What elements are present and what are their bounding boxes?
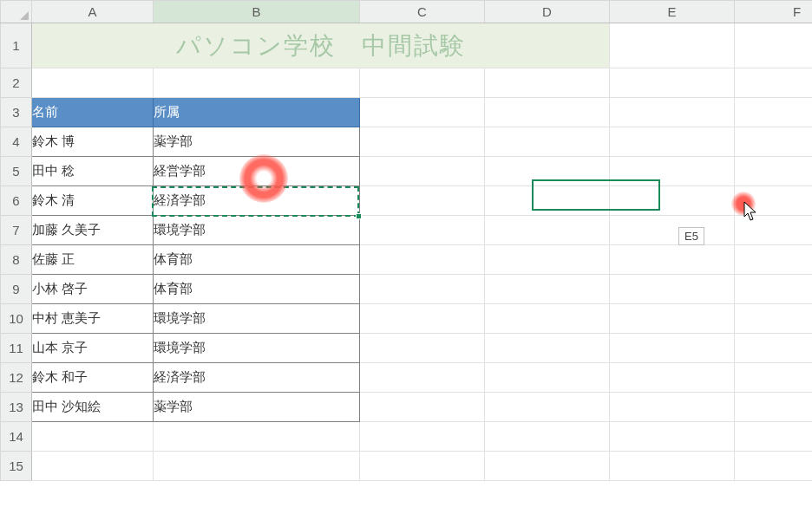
cell-D5[interactable] xyxy=(485,157,610,186)
cell-A12[interactable]: 鈴木 和子 xyxy=(32,363,154,393)
cell-B5[interactable]: 経営学部 xyxy=(154,157,360,186)
cell-F2[interactable] xyxy=(735,68,813,98)
cell-E10[interactable] xyxy=(610,304,735,334)
cell-F14[interactable] xyxy=(735,422,813,452)
cell-A10[interactable]: 中村 恵美子 xyxy=(32,304,154,334)
row-header-3[interactable]: 3 xyxy=(1,98,32,127)
cell-B4[interactable]: 薬学部 xyxy=(154,127,360,157)
cell-E14[interactable] xyxy=(610,422,735,452)
cell-F13[interactable] xyxy=(735,393,813,422)
cell-D15[interactable] xyxy=(485,452,610,481)
cell-E7[interactable] xyxy=(610,216,735,245)
cell-F12[interactable] xyxy=(735,363,813,393)
row-header-10[interactable]: 10 xyxy=(1,304,32,334)
cell-B15[interactable] xyxy=(154,452,360,481)
cell-D10[interactable] xyxy=(485,304,610,334)
col-header-B[interactable]: B xyxy=(154,1,360,23)
cell-B6[interactable]: 経済学部 xyxy=(154,186,360,216)
cell-F7[interactable] xyxy=(735,216,813,245)
cell-B7[interactable]: 環境学部 xyxy=(154,216,360,245)
cell-C10[interactable] xyxy=(360,304,485,334)
cell-A15[interactable] xyxy=(32,452,154,481)
select-all-corner[interactable] xyxy=(1,1,32,23)
cell-B13[interactable]: 薬学部 xyxy=(154,393,360,422)
header-name[interactable]: 名前 xyxy=(32,98,154,127)
cell-C9[interactable] xyxy=(360,275,485,304)
col-header-D[interactable]: D xyxy=(485,1,610,23)
cell-F3[interactable] xyxy=(735,98,813,127)
cell-E9[interactable] xyxy=(610,275,735,304)
cell-C4[interactable] xyxy=(360,127,485,157)
row-header-11[interactable]: 11 xyxy=(1,334,32,363)
cell-A4[interactable]: 鈴木 博 xyxy=(32,127,154,157)
cell-D3[interactable] xyxy=(485,98,610,127)
cell-D9[interactable] xyxy=(485,275,610,304)
row-header-7[interactable]: 7 xyxy=(1,216,32,245)
col-header-F[interactable]: F xyxy=(735,1,813,23)
spreadsheet-viewport[interactable]: A B C D E F 1 パソコン学校 中間試験 2 3 名前 xyxy=(0,0,812,527)
cell-A9[interactable]: 小林 啓子 xyxy=(32,275,154,304)
cell-C6[interactable] xyxy=(360,186,485,216)
row-header-4[interactable]: 4 xyxy=(1,127,32,157)
cell-B8[interactable]: 体育部 xyxy=(154,245,360,275)
cell-C14[interactable] xyxy=(360,422,485,452)
cell-E1[interactable] xyxy=(610,23,735,68)
cell-E11[interactable] xyxy=(610,334,735,363)
cell-C7[interactable] xyxy=(360,216,485,245)
cell-E4[interactable] xyxy=(610,127,735,157)
col-header-E[interactable]: E xyxy=(610,1,735,23)
cell-C2[interactable] xyxy=(360,68,485,98)
cell-B9[interactable]: 体育部 xyxy=(154,275,360,304)
cell-A13[interactable]: 田中 沙知絵 xyxy=(32,393,154,422)
row-header-9[interactable]: 9 xyxy=(1,275,32,304)
cell-F4[interactable] xyxy=(735,127,813,157)
cell-E2[interactable] xyxy=(610,68,735,98)
cell-E15[interactable] xyxy=(610,452,735,481)
cell-A11[interactable]: 山本 京子 xyxy=(32,334,154,363)
cell-E13[interactable] xyxy=(610,393,735,422)
cell-F11[interactable] xyxy=(735,334,813,363)
row-header-15[interactable]: 15 xyxy=(1,452,32,481)
row-header-5[interactable]: 5 xyxy=(1,157,32,186)
row-header-6[interactable]: 6 xyxy=(1,186,32,216)
col-header-C[interactable]: C xyxy=(360,1,485,23)
row-header-13[interactable]: 13 xyxy=(1,393,32,422)
cell-C12[interactable] xyxy=(360,363,485,393)
cell-D7[interactable] xyxy=(485,216,610,245)
cell-F9[interactable] xyxy=(735,275,813,304)
cell-A7[interactable]: 加藤 久美子 xyxy=(32,216,154,245)
cell-F8[interactable] xyxy=(735,245,813,275)
cell-D4[interactable] xyxy=(485,127,610,157)
cell-A14[interactable] xyxy=(32,422,154,452)
cell-D2[interactable] xyxy=(485,68,610,98)
cell-E6[interactable] xyxy=(610,186,735,216)
cell-A6[interactable]: 鈴木 清 xyxy=(32,186,154,216)
fill-handle[interactable] xyxy=(356,213,362,219)
cell-C15[interactable] xyxy=(360,452,485,481)
cell-B10[interactable]: 環境学部 xyxy=(154,304,360,334)
row-header-1[interactable]: 1 xyxy=(1,23,32,68)
cell-B2[interactable] xyxy=(154,68,360,98)
row-header-12[interactable]: 12 xyxy=(1,363,32,393)
cell-C13[interactable] xyxy=(360,393,485,422)
cell-B14[interactable] xyxy=(154,422,360,452)
cell-D6[interactable] xyxy=(485,186,610,216)
cell-E5[interactable] xyxy=(610,157,735,186)
cell-D13[interactable] xyxy=(485,393,610,422)
row-header-2[interactable]: 2 xyxy=(1,68,32,98)
cell-D14[interactable] xyxy=(485,422,610,452)
cell-F10[interactable] xyxy=(735,304,813,334)
cell-A8[interactable]: 佐藤 正 xyxy=(32,245,154,275)
row-header-14[interactable]: 14 xyxy=(1,422,32,452)
cell-C8[interactable] xyxy=(360,245,485,275)
row-header-8[interactable]: 8 xyxy=(1,245,32,275)
cell-F1[interactable] xyxy=(735,23,813,68)
header-dept[interactable]: 所属 xyxy=(154,98,360,127)
cell-E3[interactable] xyxy=(610,98,735,127)
col-header-A[interactable]: A xyxy=(32,1,154,23)
cell-F15[interactable] xyxy=(735,452,813,481)
cell-C5[interactable] xyxy=(360,157,485,186)
cell-B11[interactable]: 環境学部 xyxy=(154,334,360,363)
cell-A5[interactable]: 田中 稔 xyxy=(32,157,154,186)
cell-F6[interactable] xyxy=(735,186,813,216)
